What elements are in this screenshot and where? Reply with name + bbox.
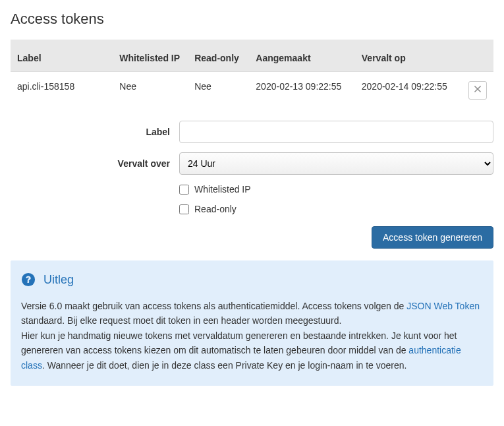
- label-input[interactable]: [179, 121, 493, 143]
- col-whitelisted-ip: Whitelisted IP: [113, 40, 188, 72]
- read-only-checkbox[interactable]: [179, 204, 189, 214]
- cell-expires: 2020-02-14 09:22:55: [355, 72, 461, 107]
- cell-read-only: Nee: [188, 72, 249, 107]
- col-created: Aangemaakt: [249, 40, 354, 72]
- table-row: api.cli-158158 Nee Nee 2020-02-13 09:22:…: [11, 72, 493, 107]
- generate-token-button[interactable]: Access token genereren: [372, 226, 493, 249]
- info-body: Versie 6.0 maakt gebruik van access toke…: [21, 299, 483, 373]
- page-title: Access tokens: [11, 11, 493, 28]
- info-text: Hier kun je handmatig nieuwe tokens met …: [21, 330, 457, 355]
- close-icon: [473, 84, 482, 96]
- svg-text:?: ?: [26, 274, 32, 285]
- help-icon: ?: [21, 272, 36, 287]
- cell-created: 2020-02-13 09:22:55: [249, 72, 354, 107]
- info-panel: ? Uitleg Versie 6.0 maakt gebruik van ac…: [11, 260, 493, 386]
- col-expires: Vervalt op: [355, 40, 461, 72]
- cell-whitelisted-ip: Nee: [113, 72, 188, 107]
- cell-label: api.cli-158158: [11, 72, 113, 107]
- label-field-label: Label: [11, 127, 179, 137]
- col-read-only: Read-only: [188, 40, 249, 72]
- expires-select[interactable]: 24 Uur: [179, 152, 493, 175]
- read-only-label[interactable]: Read-only: [194, 204, 237, 214]
- whitelisted-ip-label[interactable]: Whitelisted IP: [194, 184, 251, 195]
- info-text: standaard. Bij elke request moet dit tok…: [21, 315, 341, 326]
- col-actions: [461, 40, 493, 72]
- info-text: . Wanneer je dit doet, dien je in deze c…: [42, 360, 407, 371]
- tokens-table: Label Whitelisted IP Read-only Aangemaak…: [11, 40, 493, 106]
- whitelisted-ip-checkbox[interactable]: [179, 185, 189, 195]
- delete-token-button[interactable]: [468, 81, 487, 100]
- info-title: Uitleg: [43, 273, 74, 287]
- col-label: Label: [11, 40, 113, 72]
- expires-field-label: Vervalt over: [11, 158, 179, 169]
- info-text: Versie 6.0 maakt gebruik van access toke…: [21, 301, 406, 311]
- json-web-token-link[interactable]: JSON Web Token: [406, 301, 480, 311]
